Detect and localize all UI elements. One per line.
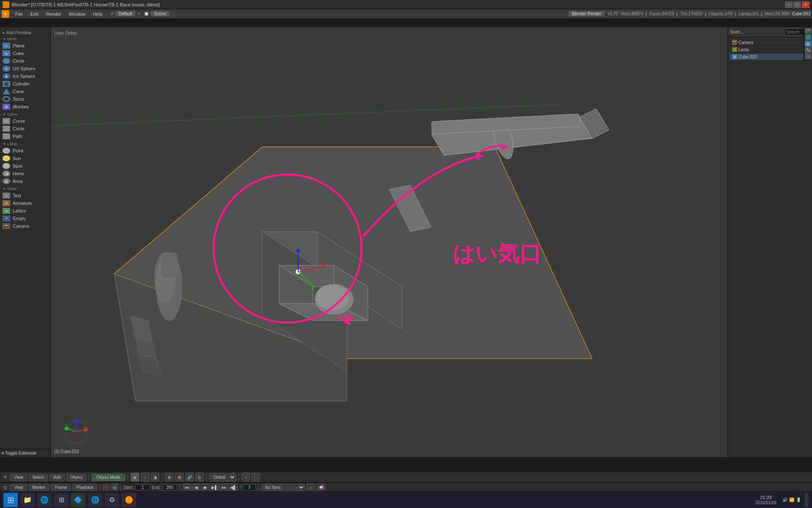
jump-end-btn[interactable]: ⏭ xyxy=(220,483,228,492)
other-section-header: Other: xyxy=(1,185,49,192)
record-icon[interactable]: ⚫ xyxy=(103,483,110,492)
modifier-props-tab[interactable]: 🔧 xyxy=(805,47,812,53)
transform-orientation-select[interactable]: Global Local Normal xyxy=(209,473,236,481)
add-menu-button[interactable]: Add xyxy=(49,474,65,481)
blender-menu-icon[interactable]: B xyxy=(2,10,9,18)
render-engine[interactable]: Blender Render xyxy=(568,11,605,17)
current-frame-display[interactable]: 3 xyxy=(243,484,256,491)
sidebar-item-lattice[interactable]: ⊞ Lattice xyxy=(1,207,49,215)
scene-props-tab[interactable]: 🌐 xyxy=(805,34,812,40)
outliner-item-cube[interactable]: ■ Cube.033 👁 xyxy=(730,53,810,61)
menu-file[interactable]: File xyxy=(12,11,26,17)
svg-text:X: X xyxy=(84,425,86,428)
object-menu-button[interactable]: Object xyxy=(66,474,86,481)
sidebar-item-curve-circle[interactable]: ○ Circle xyxy=(1,125,49,133)
cube-obj-icon: ■ xyxy=(732,54,737,59)
taskbar-chrome[interactable]: 🌐 xyxy=(88,493,102,507)
sidebar-item-monkey[interactable]: 🐵 Monkey xyxy=(1,103,49,110)
jump-start-btn[interactable]: ⏮ xyxy=(183,483,191,492)
sidebar-item-torus[interactable]: Torus xyxy=(1,95,49,103)
taskbar-settings[interactable]: ⚙ xyxy=(105,493,119,507)
layout-default[interactable]: Default xyxy=(115,11,136,17)
blender-icon xyxy=(3,1,9,8)
sidebar-item-area[interactable]: ▦ Area xyxy=(1,177,49,185)
sidebar-item-cylinder[interactable]: ⬛ Cylinder xyxy=(1,80,49,88)
object-mode-button[interactable]: Object Mode xyxy=(92,474,125,481)
sidebar-item-cube[interactable]: ■ Cube xyxy=(1,50,49,57)
menu-render[interactable]: Render xyxy=(43,11,65,17)
close-button[interactable]: ✕ xyxy=(802,1,809,8)
sidebar-item-camera[interactable]: 📷 Camera xyxy=(1,222,49,230)
sidebar-item-spot[interactable]: ◎ Spot xyxy=(1,162,49,170)
proportional-icon[interactable]: ◎ xyxy=(195,473,204,481)
sidebar-item-empty[interactable]: ✛ Empty xyxy=(1,215,49,222)
snap-icon[interactable]: 🔗 xyxy=(185,473,194,481)
sidebar-item-uv-sphere[interactable]: ● UV Sphere xyxy=(1,65,49,72)
timeline-view-btn[interactable]: View xyxy=(10,484,27,491)
sidebar-item-path[interactable]: — Path xyxy=(1,133,49,140)
record-options-icon[interactable]: ◎ xyxy=(111,483,118,492)
3d-gizmo[interactable]: X Y Z xyxy=(63,419,89,444)
point-icon: · xyxy=(3,148,10,154)
start-frame-input[interactable]: 1 xyxy=(135,484,150,491)
keyframe-insert-btn[interactable]: ⬦ xyxy=(241,473,250,481)
timeline-playback-btn[interactable]: Playback xyxy=(73,484,98,491)
next-frame-btn[interactable]: ▶▌ xyxy=(211,483,219,492)
object-props-tab[interactable]: ■ xyxy=(805,41,812,47)
solid-shading-btn[interactable]: ● xyxy=(131,473,139,481)
play-reverse-btn[interactable]: ◀▌ xyxy=(229,483,238,492)
menu-help[interactable]: Help xyxy=(90,11,106,17)
sidebar-item-curve[interactable]: 〜 Curve xyxy=(1,117,49,125)
sidebar-item-point[interactable]: · Point xyxy=(1,147,49,155)
toggle-editmode-btn[interactable]: Toggle Editmode xyxy=(2,451,49,456)
timeline-sep-2 xyxy=(121,484,121,491)
end-frame-input[interactable]: 250 xyxy=(162,484,177,491)
layout-selector[interactable]: ⊞ Default ✕ xyxy=(110,11,141,17)
material-props-tab[interactable]: ○ xyxy=(805,53,812,59)
play-btn[interactable]: ▶ xyxy=(201,483,210,492)
sidebar-item-sun[interactable]: ☀ Sun xyxy=(1,155,49,162)
prev-frame-btn[interactable]: ◀ xyxy=(192,483,200,492)
sidebar-item-plane[interactable]: ▭ Plane xyxy=(1,42,49,50)
taskbar-explorer[interactable]: 📁 xyxy=(20,493,35,507)
audio-icon[interactable]: ♪ xyxy=(307,483,315,492)
menu-edit[interactable]: Edit xyxy=(27,11,42,17)
viewport-type-icon[interactable]: 👁 xyxy=(2,474,8,480)
show-desktop-btn[interactable] xyxy=(805,493,809,507)
window-controls[interactable]: ─ □ ✕ xyxy=(785,1,809,8)
wire-shading-btn[interactable]: ○ xyxy=(141,473,149,481)
view-menu-button[interactable]: View xyxy=(10,474,27,481)
scene-selector[interactable]: 🔲 Scene xyxy=(144,11,170,17)
version-info: v2.70 xyxy=(608,11,618,16)
timeline-type-icon[interactable]: ⏱ xyxy=(2,484,8,491)
timeline-frame-btn[interactable]: Frame xyxy=(51,484,71,491)
taskbar-ie[interactable]: 🌐 xyxy=(37,493,52,507)
3d-viewport[interactable]: User Ortho xyxy=(51,27,727,457)
sync-select[interactable]: No Sync Frame Dropping AV-sync xyxy=(261,484,305,491)
outliner-item-camera[interactable]: 📷 Camera 👁 xyxy=(730,39,810,46)
record-btn[interactable]: ⚫ xyxy=(252,473,260,481)
rendered-shading-btn[interactable]: ◑ xyxy=(151,473,159,481)
sidebar-item-text[interactable]: A Text xyxy=(1,192,49,199)
scene-name[interactable]: Scene xyxy=(150,11,170,17)
sidebar-item-ico-sphere[interactable]: ◆ Ico Sphere xyxy=(1,72,49,80)
maximize-button[interactable]: □ xyxy=(793,1,801,8)
sidebar-item-cone[interactable]: Cone xyxy=(1,88,49,95)
taskbar-blender[interactable]: 🔷 xyxy=(71,493,85,507)
minimize-button[interactable]: ─ xyxy=(785,1,793,8)
render-props-tab[interactable]: 🎬 xyxy=(805,28,812,34)
transform-orientations-btn[interactable]: ⊞ xyxy=(175,473,184,481)
menu-window[interactable]: Window xyxy=(66,11,89,17)
sidebar-item-circle[interactable]: ○ Circle xyxy=(1,57,49,65)
windows-start-button[interactable]: ⊞ xyxy=(3,493,18,507)
timeline-sep-3 xyxy=(180,484,180,491)
pivot-icon[interactable]: ⊕ xyxy=(165,473,173,481)
sidebar-item-armature[interactable]: ⚙ Armature xyxy=(1,199,49,207)
outliner-item-lamp[interactable]: ☀ Lamp 👁 xyxy=(730,46,810,53)
select-menu-button[interactable]: Select xyxy=(29,474,48,481)
taskbar-blender-active[interactable]: 🟠 xyxy=(122,493,136,507)
audio-scrub-icon[interactable]: 📢 xyxy=(317,483,325,492)
sidebar-item-hemi[interactable]: ◑ Hemi xyxy=(1,170,49,177)
taskbar-apps[interactable]: ⊞ xyxy=(54,493,69,507)
timeline-marker-btn[interactable]: Marker xyxy=(29,484,49,491)
